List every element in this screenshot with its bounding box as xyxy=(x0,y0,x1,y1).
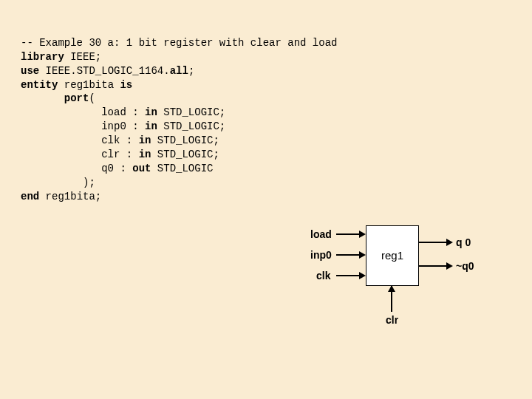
kw-port: port xyxy=(64,92,89,104)
code-line-1: -- Example 30 a: 1 bit register with cle… xyxy=(21,37,337,49)
code-l7-pre: inp0 : xyxy=(21,120,145,132)
wire-load xyxy=(336,233,360,235)
schematic-diagram: reg1 load inp0 clk q 0 ~q0 clr xyxy=(292,214,499,340)
arrow-clr xyxy=(388,285,395,292)
code-l5-indent xyxy=(21,92,64,104)
arrow-load xyxy=(359,231,366,238)
label-q0: q 0 xyxy=(456,236,471,250)
arrow-nq0 xyxy=(446,262,453,270)
code-l2-rest: IEEE; xyxy=(64,51,101,63)
label-nq0: ~q0 xyxy=(456,259,474,273)
label-clr: clr xyxy=(386,313,398,327)
code-l6-post: STD_LOGIC; xyxy=(157,106,225,118)
wire-inp0 xyxy=(336,254,360,256)
wire-clk xyxy=(336,275,360,276)
kw-end: end xyxy=(21,191,39,202)
kw-out-1: out xyxy=(132,163,151,174)
code-l11: ); xyxy=(21,177,95,188)
vhdl-code-block: -- Example 30 a: 1 bit register with cle… xyxy=(21,22,337,204)
kw-in-4: in xyxy=(139,149,151,160)
kw-library: library xyxy=(21,51,64,63)
code-l8-post: STD_LOGIC; xyxy=(151,134,219,146)
code-l5-rest: ( xyxy=(89,92,95,104)
arrow-clk xyxy=(359,272,366,279)
entity-name: reg1bita xyxy=(58,79,120,91)
kw-is: is xyxy=(120,79,132,91)
label-inp0: inp0 xyxy=(310,248,332,262)
code-l9-pre: clr : xyxy=(21,149,139,160)
kw-in-3: in xyxy=(139,134,151,146)
kw-all: all xyxy=(170,65,188,77)
arrow-inp0 xyxy=(359,251,366,259)
label-load: load xyxy=(310,228,332,242)
code-l3-rest: ; xyxy=(188,65,194,77)
code-l12-rest: reg1bita; xyxy=(39,191,101,202)
wire-nq0 xyxy=(419,265,447,267)
code-l8-pre: clk : xyxy=(21,134,139,146)
register-box: reg1 xyxy=(366,225,419,286)
wire-q0 xyxy=(419,242,447,243)
code-l10-post: STD_LOGIC xyxy=(151,163,213,174)
arrow-q0 xyxy=(446,239,453,246)
kw-use: use xyxy=(21,65,39,77)
label-clk: clk xyxy=(316,269,330,283)
code-l10-pre: q0 : xyxy=(21,163,132,174)
code-l6-pre: load : xyxy=(21,106,145,118)
kw-in-2: in xyxy=(145,120,157,132)
code-l9-post: STD_LOGIC; xyxy=(151,149,219,160)
code-l7-post: STD_LOGIC; xyxy=(157,120,225,132)
kw-entity: entity xyxy=(21,79,58,91)
kw-in-1: in xyxy=(145,106,157,118)
code-l3-mid: IEEE.STD_LOGIC_1164. xyxy=(39,65,169,77)
